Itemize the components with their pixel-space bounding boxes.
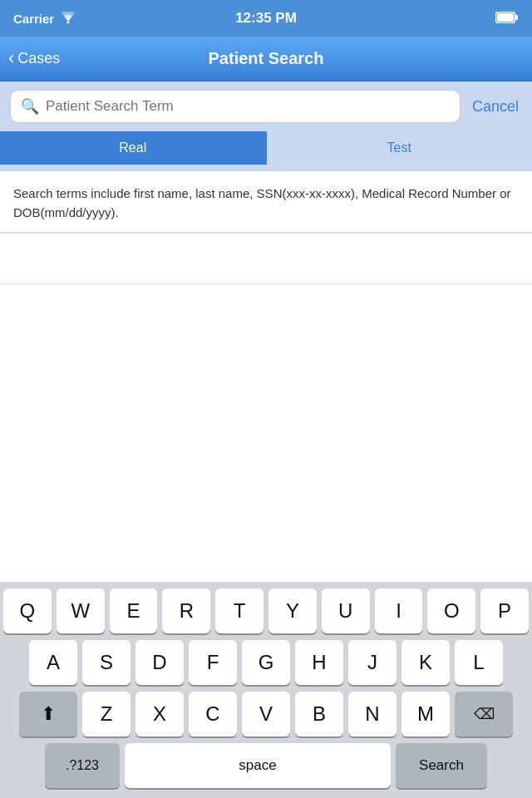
- key-c[interactable]: C: [189, 692, 237, 736]
- carrier-label: Carrier: [13, 12, 54, 26]
- search-icon: 🔍: [21, 97, 39, 116]
- search-input-wrapper: 🔍: [10, 90, 461, 123]
- back-label: Cases: [17, 50, 60, 67]
- key-e[interactable]: E: [110, 589, 158, 633]
- status-bar-right: [495, 12, 519, 26]
- key-g[interactable]: G: [242, 640, 290, 685]
- backspace-icon: ⌫: [474, 705, 495, 723]
- shift-key[interactable]: ⬆: [19, 692, 77, 736]
- key-r[interactable]: R: [162, 589, 210, 633]
- key-d[interactable]: D: [135, 640, 184, 685]
- key-j[interactable]: J: [348, 640, 397, 685]
- tab-real[interactable]: Real: [0, 131, 266, 165]
- key-h[interactable]: H: [295, 640, 343, 685]
- keyboard-row-2: A S D F G H J K L: [3, 640, 529, 685]
- status-bar: Carrier 12:35 PM: [0, 0, 532, 37]
- status-bar-time: 12:35 PM: [235, 10, 297, 27]
- search-bar-container: 🔍 Cancel: [0, 81, 532, 131]
- search-input[interactable]: [46, 98, 450, 115]
- back-chevron-icon: ‹: [8, 49, 14, 67]
- key-n[interactable]: N: [348, 692, 397, 736]
- svg-rect-2: [515, 15, 518, 20]
- key-z[interactable]: Z: [82, 692, 131, 736]
- info-section: Search terms include first name, last na…: [0, 171, 532, 233]
- key-m[interactable]: M: [401, 692, 450, 736]
- key-q[interactable]: Q: [3, 589, 52, 633]
- key-f[interactable]: F: [189, 640, 237, 685]
- keyboard-row-3: ⬆ Z X C V B N M ⌫: [3, 692, 529, 736]
- key-s[interactable]: S: [82, 640, 131, 685]
- status-bar-left: Carrier: [13, 12, 76, 26]
- num-key[interactable]: .?123: [45, 743, 120, 788]
- svg-rect-3: [497, 13, 514, 22]
- space-key[interactable]: space: [125, 743, 391, 788]
- wifi-icon: [61, 12, 76, 26]
- segment-control: Real Test: [0, 131, 532, 171]
- keyboard: Q W E R T Y U I O P A S D F G H J K L ⬆ …: [0, 582, 532, 798]
- page-title: Patient Search: [209, 49, 324, 68]
- tab-test[interactable]: Test: [267, 131, 533, 165]
- key-u[interactable]: U: [322, 589, 370, 633]
- back-button[interactable]: ‹ Cases: [8, 50, 60, 67]
- key-p[interactable]: P: [480, 589, 529, 633]
- divider-2: [0, 283, 532, 284]
- battery-icon: [495, 12, 519, 26]
- key-a[interactable]: A: [29, 640, 77, 685]
- key-b[interactable]: B: [295, 692, 343, 736]
- cancel-button[interactable]: Cancel: [469, 98, 522, 116]
- key-i[interactable]: I: [375, 589, 423, 633]
- key-y[interactable]: Y: [268, 589, 317, 633]
- keyboard-row-1: Q W E R T Y U I O P: [3, 589, 529, 633]
- backspace-key[interactable]: ⌫: [455, 692, 513, 736]
- key-w[interactable]: W: [57, 589, 105, 633]
- nav-bar: ‹ Cases Patient Search: [0, 37, 532, 81]
- key-l[interactable]: L: [455, 640, 503, 685]
- key-x[interactable]: X: [135, 692, 184, 736]
- key-k[interactable]: K: [401, 640, 450, 685]
- key-o[interactable]: O: [427, 589, 475, 633]
- key-v[interactable]: V: [242, 692, 290, 736]
- keyboard-row-4: .?123 space Search: [3, 743, 529, 788]
- key-t[interactable]: T: [215, 589, 264, 633]
- search-key[interactable]: Search: [396, 743, 487, 788]
- info-text: Search terms include first name, last na…: [13, 185, 519, 222]
- empty-area: [0, 234, 532, 283]
- svg-point-0: [67, 21, 70, 23]
